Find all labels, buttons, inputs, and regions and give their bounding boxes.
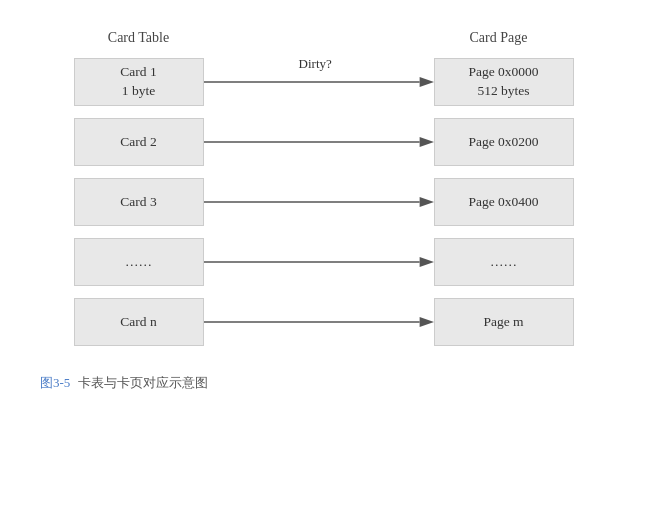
card-page-header: Card Page [424, 30, 574, 46]
arrow-section-1 [204, 132, 434, 152]
diagram-container: Card Table Card Page Card 11 byteDirty?P… [40, 30, 607, 392]
page-box-4: Page m [434, 298, 574, 346]
arrow-icon-4 [204, 312, 434, 332]
rows-area: Card 11 byteDirty?Page 0x0000512 bytesCa… [74, 58, 574, 346]
diagram-row: Card 2Page 0x0200 [74, 118, 574, 166]
arrow-icon-1 [204, 132, 434, 152]
svg-marker-3 [419, 137, 433, 147]
svg-marker-9 [419, 317, 433, 327]
svg-marker-7 [419, 257, 433, 267]
headers-row: Card Table Card Page [74, 30, 574, 46]
arrow-section-0: Dirty? [204, 72, 434, 92]
arrow-icon-2 [204, 192, 434, 212]
card-box-4: Card n [74, 298, 204, 346]
diagram-row: Card 3Page 0x0400 [74, 178, 574, 226]
card-box-0: Card 11 byte [74, 58, 204, 106]
arrow-icon-0 [204, 72, 434, 92]
card-box-2: Card 3 [74, 178, 204, 226]
figure-caption: 图3-5 卡表与卡页对应示意图 [40, 374, 208, 392]
page-box-0: Page 0x0000512 bytes [434, 58, 574, 106]
card-table-header: Card Table [74, 30, 204, 46]
page-box-3: …… [434, 238, 574, 286]
caption-number: 图3-5 [40, 375, 70, 390]
arrow-icon-3 [204, 252, 434, 272]
diagram-row: Card 11 byteDirty?Page 0x0000512 bytes [74, 58, 574, 106]
arrow-section-2 [204, 192, 434, 212]
svg-marker-1 [419, 77, 433, 87]
arrow-section-3 [204, 252, 434, 272]
card-box-3: …… [74, 238, 204, 286]
card-box-1: Card 2 [74, 118, 204, 166]
svg-marker-5 [419, 197, 433, 207]
diagram-row: Card nPage m [74, 298, 574, 346]
page-box-1: Page 0x0200 [434, 118, 574, 166]
caption-text: 卡表与卡页对应示意图 [78, 375, 208, 390]
arrow-section-4 [204, 312, 434, 332]
diagram-row: ………… [74, 238, 574, 286]
page-box-2: Page 0x0400 [434, 178, 574, 226]
dirty-label: Dirty? [299, 56, 332, 72]
